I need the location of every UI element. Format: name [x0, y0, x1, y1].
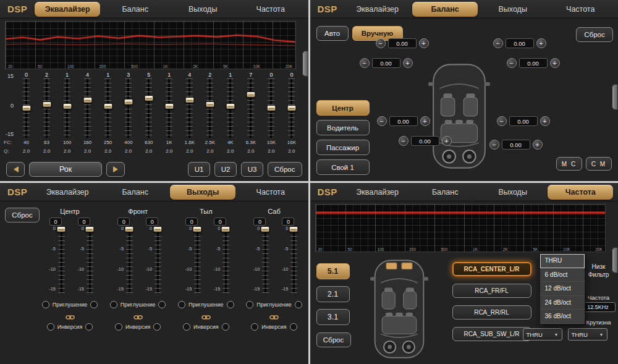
eq-band-slider[interactable]: [226, 78, 234, 138]
slope-select-right[interactable]: THRU ▼: [568, 328, 607, 341]
position-button[interactable]: Водитель: [316, 120, 370, 135]
tab-outputs[interactable]: Выходы: [170, 2, 235, 17]
position-button[interactable]: Свой 1: [316, 159, 370, 175]
slope-option[interactable]: 12 dB/oct: [540, 282, 585, 296]
side-drawer-handle[interactable]: [612, 247, 618, 273]
eq-slider-knob[interactable]: [185, 97, 194, 103]
eq-band-slider[interactable]: [247, 78, 255, 138]
position-button[interactable]: Центр: [316, 100, 370, 116]
output-slider[interactable]: [154, 227, 161, 293]
slope-option[interactable]: 6 dB/oct: [540, 268, 585, 282]
preset-next-button[interactable]: [106, 162, 125, 177]
tab-balance[interactable]: Баланс: [103, 185, 168, 200]
eq-band-slider[interactable]: [104, 78, 112, 138]
tab-balance[interactable]: Баланс: [103, 2, 168, 17]
rca-button[interactable]: RCA_SUB_SW_L/R: [452, 327, 531, 341]
slope-option[interactable]: THRU: [540, 254, 585, 268]
increase-button[interactable]: +: [420, 116, 430, 126]
increase-button[interactable]: +: [536, 38, 546, 48]
preset-prev-button[interactable]: [6, 162, 25, 177]
invert-toggle-right[interactable]: [290, 323, 297, 331]
slope-select-left[interactable]: THRU ▼: [523, 328, 562, 341]
tab-equalizer[interactable]: Эквалайзер: [35, 185, 100, 200]
eq-band-slider[interactable]: [83, 78, 91, 138]
tab-equalizer[interactable]: Эквалайзер: [35, 2, 100, 17]
eq-band-slider[interactable]: [185, 78, 193, 138]
tab-outputs[interactable]: Выходы: [480, 2, 546, 17]
invert-toggle-left[interactable]: [183, 323, 190, 331]
decrease-button[interactable]: −: [360, 58, 370, 68]
output-slider-knob[interactable]: [153, 226, 163, 232]
decrease-button[interactable]: −: [493, 38, 503, 48]
memory-u1-button[interactable]: U1: [188, 162, 210, 177]
output-slider-knob[interactable]: [261, 226, 270, 232]
side-drawer-handle[interactable]: [612, 84, 618, 110]
eq-slider-knob[interactable]: [226, 103, 235, 109]
increase-button[interactable]: +: [533, 140, 543, 150]
output-slider-knob[interactable]: [125, 226, 134, 232]
mute-toggle-right[interactable]: [227, 301, 234, 308]
output-slider[interactable]: [86, 227, 93, 293]
cutoff-frequency-field[interactable]: 12.5KHz: [581, 302, 616, 312]
invert-toggle-right[interactable]: [222, 323, 229, 331]
decrease-button[interactable]: −: [376, 38, 386, 48]
tab-outputs[interactable]: Выходы: [480, 185, 546, 200]
link-channels-icon[interactable]: [133, 312, 143, 320]
mute-toggle-right[interactable]: [295, 301, 302, 308]
memory-u2-button[interactable]: U2: [214, 162, 237, 177]
output-slider[interactable]: [222, 227, 229, 293]
memory-u3-button[interactable]: U3: [241, 162, 263, 177]
tab-frequency[interactable]: Частота: [238, 2, 303, 17]
preset-display[interactable]: Рок: [29, 162, 102, 177]
output-slider-knob[interactable]: [57, 226, 66, 232]
tab-equalizer[interactable]: Эквалайзер: [345, 2, 410, 17]
mute-toggle-right[interactable]: [90, 301, 98, 308]
eq-slider-knob[interactable]: [42, 101, 51, 108]
mute-toggle-left[interactable]: [42, 301, 49, 308]
balance-reset-button[interactable]: Сброс: [576, 27, 613, 42]
eq-slider-knob[interactable]: [205, 101, 214, 108]
invert-toggle-right[interactable]: [85, 323, 93, 331]
mute-toggle-left[interactable]: [110, 301, 117, 308]
eq-slider-knob[interactable]: [124, 99, 133, 105]
eq-slider-knob[interactable]: [22, 105, 31, 111]
eq-band-slider[interactable]: [287, 78, 295, 138]
output-slider[interactable]: [261, 227, 269, 293]
cm-button[interactable]: C M: [586, 157, 612, 171]
increase-button[interactable]: +: [442, 136, 452, 146]
tab-frequency[interactable]: Частота: [238, 185, 303, 200]
increase-button[interactable]: +: [550, 58, 560, 68]
rca-button[interactable]: RCA_CENTER_L/R: [452, 262, 531, 276]
mode-button[interactable]: 3.1: [316, 309, 350, 325]
output-slider[interactable]: [193, 227, 201, 293]
link-channels-icon[interactable]: [66, 312, 75, 320]
decrease-button[interactable]: −: [377, 116, 387, 126]
eq-band-slider[interactable]: [206, 78, 214, 138]
output-slider-knob[interactable]: [193, 226, 202, 232]
eq-slider-knob[interactable]: [287, 105, 296, 111]
invert-toggle-right[interactable]: [153, 323, 161, 331]
position-button[interactable]: Пассажир: [316, 140, 370, 155]
mc-button[interactable]: M C: [556, 157, 582, 171]
link-channels-icon[interactable]: [201, 312, 211, 320]
eq-reset-button[interactable]: Сброс: [268, 162, 302, 177]
output-slider-knob[interactable]: [289, 226, 298, 232]
invert-toggle-left[interactable]: [251, 323, 258, 331]
mute-toggle-left[interactable]: [246, 301, 253, 308]
eq-slider-knob[interactable]: [164, 103, 174, 109]
side-drawer-handle[interactable]: [302, 51, 308, 77]
tab-equalizer[interactable]: Эквалайзер: [345, 185, 410, 200]
decrease-button[interactable]: −: [489, 140, 499, 150]
eq-band-slider[interactable]: [63, 78, 71, 138]
decrease-button[interactable]: −: [399, 136, 408, 146]
mute-toggle-right[interactable]: [158, 301, 166, 308]
output-slider-knob[interactable]: [85, 226, 95, 232]
invert-toggle-left[interactable]: [47, 323, 54, 331]
tab-balance[interactable]: Баланс: [412, 185, 478, 200]
output-slider-knob[interactable]: [221, 226, 231, 232]
car-top-view[interactable]: [428, 62, 491, 171]
eq-band-slider[interactable]: [43, 78, 51, 138]
frequency-reset-button[interactable]: Сброс: [316, 332, 351, 347]
eq-slider-knob[interactable]: [246, 91, 255, 98]
slope-option[interactable]: 24 dB/oct: [540, 296, 585, 310]
